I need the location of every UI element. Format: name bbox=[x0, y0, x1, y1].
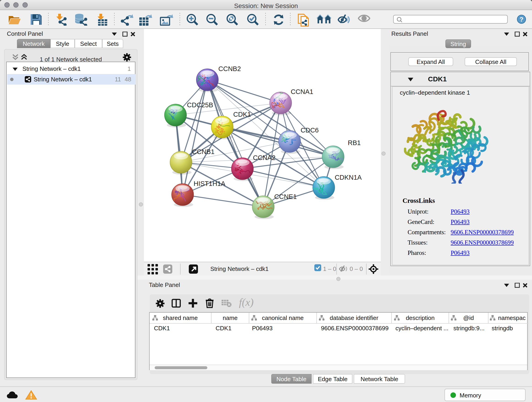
svg-text:CDKN1A: CDKN1A bbox=[335, 174, 362, 181]
svg-text:CDC25B: CDC25B bbox=[187, 101, 213, 109]
svg-text:?: ? bbox=[519, 16, 523, 23]
svg-text:HIST1H1A: HIST1H1A bbox=[194, 180, 225, 187]
svg-text:CCNB2: CCNB2 bbox=[218, 65, 241, 72]
svg-text:CCNA1: CCNA1 bbox=[291, 88, 313, 95]
svg-text:CCNB1: CCNB1 bbox=[192, 148, 215, 155]
svg-text:RB1: RB1 bbox=[348, 139, 361, 147]
svg-text:CCNA2: CCNA2 bbox=[253, 154, 275, 161]
svg-text:CDC6: CDC6 bbox=[301, 127, 319, 134]
svg-text:CCNE1: CCNE1 bbox=[274, 193, 297, 200]
svg-text:CDK1: CDK1 bbox=[233, 111, 251, 118]
